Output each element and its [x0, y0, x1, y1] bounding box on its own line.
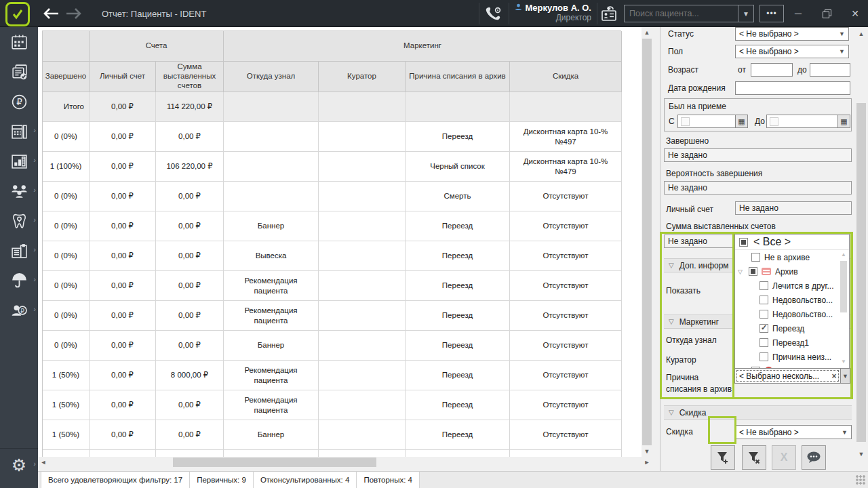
scroll-right-arrow[interactable]: ►: [642, 457, 652, 468]
table-row[interactable]: [42, 450, 621, 457]
table-row[interactable]: 1 (50%)0,00 ₽0,00 ₽Рекомендация пациента…: [42, 390, 621, 420]
scrollbar-thumb[interactable]: [173, 458, 376, 467]
column-header[interactable]: Сумма выставленных счетов: [156, 62, 224, 92]
status-select[interactable]: < Не выбрано >▼: [735, 27, 849, 41]
section-discount[interactable]: ▽ Скидка: [664, 405, 852, 420]
tri-state-checkbox[interactable]: [739, 238, 748, 247]
table-row[interactable]: 1 (50%)0,00 ₽0,00 ₽БаннерПереездОтсутств…: [42, 420, 621, 450]
sidebar-item-schedule[interactable]: [0, 27, 38, 57]
scroll-up-arrow[interactable]: ▲: [840, 251, 848, 258]
column-header[interactable]: Скидка: [510, 62, 622, 92]
table-row[interactable]: 0 (0%)0,00 ₽0,00 ₽БаннерПереездОтсутству…: [42, 211, 621, 241]
current-user[interactable]: Меркулов А. О. Директор: [514, 3, 591, 23]
tree-expander-icon[interactable]: ▽: [738, 268, 745, 275]
visit-from-date-input[interactable]: ▦: [677, 115, 748, 128]
sidebar-item-insurance[interactable]: ›: [0, 266, 38, 296]
more-options-button[interactable]: •••: [760, 5, 784, 22]
dropdown-item[interactable]: Недовольство...: [735, 293, 849, 307]
patient-search-combobox[interactable]: ▼: [624, 5, 754, 22]
back-button[interactable]: [42, 5, 60, 22]
scroll-up-arrow[interactable]: ▲: [856, 28, 867, 39]
forward-button[interactable]: [65, 5, 83, 22]
close-button[interactable]: ✕: [845, 4, 865, 23]
scroll-down-arrow[interactable]: ▼: [642, 446, 652, 457]
scroll-left-arrow[interactable]: ◄: [38, 457, 49, 468]
sidebar-item-salary[interactable]: ₽ ›: [0, 296, 38, 325]
panel-scrollbar[interactable]: ▲ ▼: [856, 28, 867, 460]
dropdown-item[interactable]: Переезд1: [735, 336, 849, 350]
scrollbar-thumb[interactable]: [856, 103, 866, 442]
search-input[interactable]: [625, 9, 738, 18]
discount-select[interactable]: < Не выбрано >▼: [735, 425, 852, 439]
patient-card-icon[interactable]: [599, 5, 620, 22]
chevron-down-icon[interactable]: ▼: [738, 5, 753, 22]
dropdown-item-all[interactable]: < Все >: [735, 235, 849, 249]
scroll-down-arrow[interactable]: ▼: [840, 359, 848, 365]
checkbox-checked[interactable]: [760, 324, 768, 333]
sidebar-item-settings[interactable]: ⚙ ›: [0, 450, 38, 480]
checkbox-unchecked[interactable]: [760, 352, 768, 361]
table-row[interactable]: 0 (0%)0,00 ₽0,00 ₽Рекомендация пациентаП…: [42, 301, 621, 331]
column-header[interactable]: Откуда узнал: [224, 62, 319, 92]
restore-button[interactable]: [816, 4, 837, 23]
calendar-icon[interactable]: ▦: [735, 115, 747, 127]
table-row[interactable]: 0 (0%)0,00 ₽0,00 ₽ВывескаПереездОтсутств…: [42, 241, 621, 271]
clear-icon[interactable]: ×: [828, 371, 840, 381]
dropdown-scrollbar[interactable]: ▲ ▼: [840, 251, 848, 365]
apply-filter-button[interactable]: [711, 445, 735, 470]
table-vertical-scrollbar[interactable]: ▲ ▼: [642, 27, 652, 457]
sidebar-item-reports[interactable]: ›: [0, 146, 38, 176]
account-field[interactable]: Не задано: [735, 201, 852, 215]
excel-export-button[interactable]: X: [772, 445, 796, 470]
table-row[interactable]: 0 (0%)0,00 ₽0,00 ₽БаннерПереездОтсутству…: [42, 331, 621, 361]
visit-to-date-input[interactable]: ▦: [766, 115, 850, 128]
minimize-button[interactable]: ─: [788, 4, 808, 23]
archive-reason-combobox[interactable]: < Выбрано несколь... ×: [734, 368, 841, 384]
dropdown-item[interactable]: Не в архиве: [735, 250, 849, 264]
table-row[interactable]: 1 (50%)0,00 ₽8 000,00 ₽Рекомендация паци…: [42, 361, 621, 390]
birthdate-input[interactable]: [735, 81, 850, 95]
app-logo-icon[interactable]: [5, 2, 30, 26]
sidebar-item-warehouse[interactable]: ›: [0, 236, 38, 266]
probability-field[interactable]: Не задано: [664, 181, 852, 195]
scrollbar-thumb[interactable]: [642, 39, 652, 445]
dropdown-item[interactable]: ▽Архив: [735, 264, 849, 279]
resize-grip[interactable]: [856, 475, 865, 485]
checkbox-unchecked[interactable]: [760, 310, 768, 319]
table-horizontal-scrollbar[interactable]: ◄ ►: [38, 457, 652, 468]
dropdown-item[interactable]: Недовольство...: [735, 307, 849, 321]
table-row[interactable]: 0 (0%)0,00 ₽0,00 ₽ПереездДисконтная карт…: [42, 122, 621, 152]
sidebar-item-visits[interactable]: [0, 57, 38, 87]
checkbox-unchecked[interactable]: [760, 281, 768, 290]
gender-select[interactable]: < Не выбрано >▼: [735, 45, 849, 58]
dropdown-item[interactable]: Лечится в друг...: [735, 279, 849, 293]
checkbox-partial[interactable]: [749, 267, 757, 276]
column-header[interactable]: Завершено: [43, 62, 90, 92]
completed-field[interactable]: Не задано: [664, 148, 852, 162]
date-checkbox[interactable]: [681, 117, 690, 126]
checkbox-unchecked[interactable]: [760, 338, 768, 347]
sidebar-item-staff[interactable]: ›: [0, 176, 38, 206]
sidebar-item-treatment[interactable]: ›: [0, 206, 38, 236]
table-row[interactable]: 0 (0%)0,00 ₽0,00 ₽Рекомендация пациентаП…: [42, 271, 621, 301]
table-row[interactable]: 1 (100%)0,00 ₽106 220,00 ₽Черный списокД…: [42, 152, 621, 182]
table-total-row[interactable]: Итого0,00 ₽114 220,00 ₽: [42, 92, 621, 122]
column-header[interactable]: Личный счет: [90, 62, 156, 92]
sidebar-item-cashbox[interactable]: ›: [0, 117, 38, 146]
dropdown-item[interactable]: Переезд: [735, 321, 849, 336]
age-to-input[interactable]: [810, 63, 850, 77]
phone-settings-icon[interactable]: [484, 5, 503, 22]
calendar-icon[interactable]: ▦: [837, 115, 850, 127]
date-checkbox[interactable]: [770, 117, 778, 126]
age-from-input[interactable]: [751, 63, 793, 77]
column-header[interactable]: Куратор: [319, 62, 406, 92]
table-row[interactable]: 0 (0%)0,00 ₽0,00 ₽СмертьОтсутствуют: [42, 182, 621, 211]
checkbox-unchecked[interactable]: [751, 253, 760, 262]
dropdown-item[interactable]: Причина неиз...: [735, 350, 849, 364]
scrollbar-thumb[interactable]: [840, 261, 847, 312]
invoices-field[interactable]: Не задано: [664, 235, 734, 248]
clear-filter-button[interactable]: [742, 445, 766, 470]
checkbox-unchecked[interactable]: [760, 296, 768, 304]
column-header[interactable]: Причина списания в архив: [406, 62, 510, 92]
scroll-up-arrow[interactable]: ▲: [642, 27, 652, 38]
